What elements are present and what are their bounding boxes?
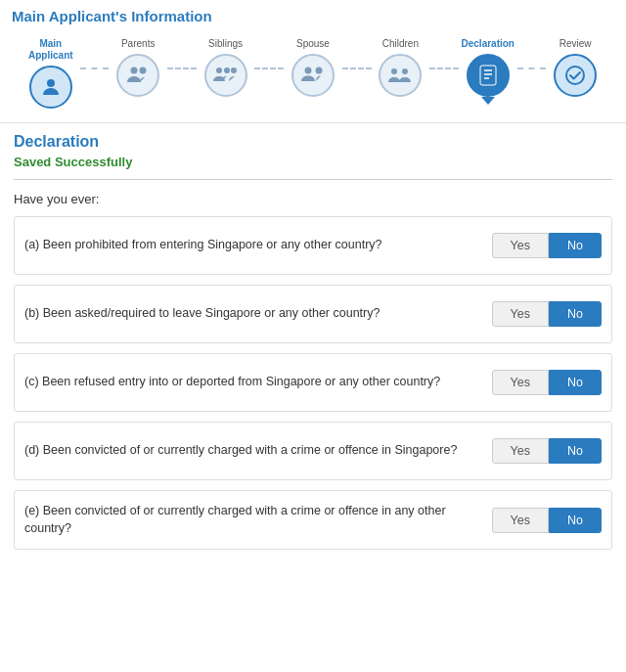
question-card-e: (e) Been convicted of or currently charg… (14, 490, 612, 550)
question-text-b: (b) Been asked/required to leave Singapo… (24, 305, 492, 323)
svg-point-8 (391, 68, 397, 74)
yes-button-a[interactable]: Yes (492, 233, 549, 258)
step-label-parents: Parents (121, 38, 155, 50)
connector-5 (429, 67, 459, 69)
saved-message: Saved Successfully (14, 155, 612, 169)
no-button-c[interactable]: No (549, 370, 602, 395)
main-content: Declaration Saved Successfully Have you … (0, 123, 626, 569)
step-icon-children (379, 54, 422, 97)
yes-button-d[interactable]: Yes (492, 438, 549, 464)
yn-buttons-a: Yes No (492, 233, 602, 258)
yn-buttons-d: Yes No (492, 438, 602, 464)
question-card-c: (c) Been refused entry into or deported … (14, 353, 612, 412)
connector-2 (167, 67, 197, 69)
step-main-applicant[interactable]: MainApplicant (22, 38, 80, 109)
yes-button-e[interactable]: Yes (492, 508, 549, 533)
no-button-d[interactable]: No (549, 438, 602, 464)
step-parents[interactable]: Parents (109, 38, 167, 97)
connector-1 (80, 67, 110, 69)
step-siblings[interactable]: Siblings (197, 38, 255, 97)
question-text-c: (c) Been refused entry into or deported … (24, 374, 492, 391)
step-label-review: Review (559, 38, 592, 50)
svg-point-6 (304, 67, 311, 74)
question-card-a: (a) Been prohibited from entering Singap… (14, 216, 612, 275)
page-title: Main Applicant's Information (12, 8, 614, 24)
have-you-ever-label: Have you ever: (14, 192, 612, 206)
question-card-d: (d) Been convicted of or currently charg… (14, 422, 612, 480)
step-children[interactable]: Children (372, 38, 430, 97)
svg-point-7 (315, 67, 322, 74)
svg-point-2 (140, 67, 147, 74)
yes-button-c[interactable]: Yes (492, 370, 549, 395)
step-arrow (481, 97, 495, 105)
step-label-main-applicant: MainApplicant (28, 38, 73, 62)
connector-4 (342, 67, 372, 69)
svg-point-4 (224, 67, 230, 73)
step-icon-review (554, 54, 597, 97)
yn-buttons-e: Yes No (492, 508, 602, 533)
step-declaration[interactable]: Declaration (459, 38, 517, 97)
no-button-b[interactable]: No (549, 301, 602, 327)
section-title: Declaration (14, 133, 612, 151)
question-text-e: (e) Been convicted of or currently charg… (24, 503, 492, 537)
step-icon-main-applicant (29, 66, 72, 109)
step-label-siblings: Siblings (208, 38, 243, 50)
step-icon-spouse (291, 54, 335, 97)
divider (14, 179, 612, 180)
svg-point-0 (47, 79, 55, 87)
question-card-b: (b) Been asked/required to leave Singapo… (14, 285, 612, 343)
yes-button-b[interactable]: Yes (492, 301, 549, 327)
question-text-d: (d) Been convicted of or currently charg… (24, 442, 492, 460)
step-label-children: Children (382, 38, 419, 50)
step-spouse[interactable]: Spouse (284, 38, 342, 97)
step-icon-declaration (467, 54, 510, 97)
connector-3 (254, 67, 284, 69)
svg-rect-10 (480, 66, 496, 85)
step-review[interactable]: Review (546, 38, 604, 97)
svg-point-1 (131, 67, 138, 74)
no-button-e[interactable]: No (549, 508, 602, 533)
svg-point-9 (402, 68, 408, 74)
question-text-a: (a) Been prohibited from entering Singap… (24, 237, 492, 254)
step-icon-siblings (204, 54, 247, 97)
yn-buttons-c: Yes No (492, 370, 602, 395)
svg-point-3 (216, 67, 222, 73)
step-label-spouse: Spouse (296, 38, 330, 50)
step-icon-parents (116, 54, 159, 97)
svg-point-5 (231, 67, 237, 73)
svg-point-14 (566, 67, 584, 84)
page-header: Main Applicant's Information MainApplica… (0, 0, 626, 123)
step-label-declaration: Declaration (462, 38, 514, 50)
steps-navigation: MainApplicant Parents Siblings (12, 32, 614, 118)
connector-6 (517, 67, 547, 69)
yn-buttons-b: Yes No (492, 301, 602, 327)
no-button-a[interactable]: No (549, 233, 602, 258)
